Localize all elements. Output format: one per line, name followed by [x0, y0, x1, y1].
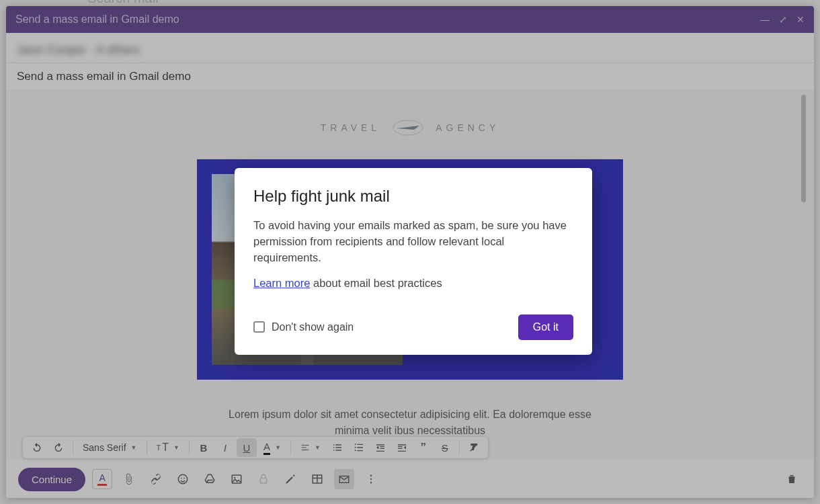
dont-show-again-checkbox[interactable]: Don't show again [253, 321, 354, 333]
modal-title: Help fight junk mail [253, 187, 573, 206]
junk-mail-modal: Help fight junk mail To avoid having you… [235, 168, 592, 355]
got-it-button[interactable]: Got it [518, 314, 573, 340]
modal-actions: Don't show again Got it [253, 314, 573, 340]
checkbox-icon[interactable] [253, 321, 265, 333]
modal-learn-more-line: Learn more about email best practices [253, 276, 573, 292]
checkbox-label: Don't show again [272, 321, 354, 333]
learn-more-link[interactable]: Learn more [253, 277, 310, 289]
modal-body-text: To avoid having your emails marked as sp… [253, 218, 573, 266]
modal-backdrop[interactable]: Help fight junk mail To avoid having you… [0, 0, 820, 504]
learn-more-suffix: about email best practices [310, 277, 442, 289]
